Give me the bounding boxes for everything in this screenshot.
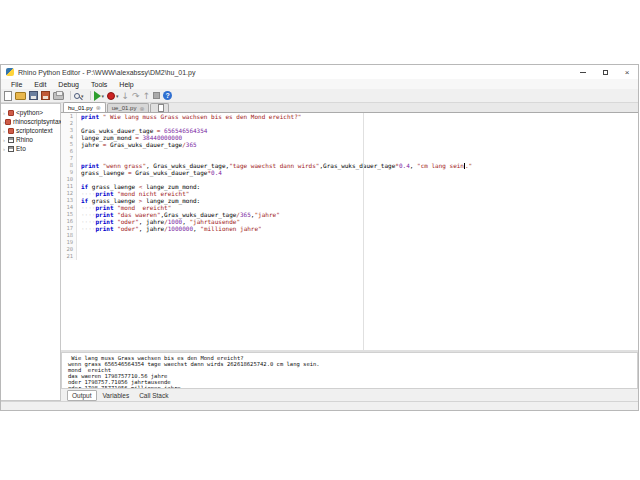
new-file-button[interactable] [4,90,12,102]
python-app-icon [6,68,14,76]
code-line[interactable]: 6 [61,148,638,155]
code-line[interactable]: 5jahre = Gras_wuks_dauer_tage/365 [61,141,638,148]
code-line[interactable]: 12····print "mond nicht ereicht" [61,190,638,197]
line-number: 3 [61,127,77,134]
code-line[interactable]: 20 [61,246,638,253]
main-area: ›<python>›rhinoscriptsyntax›scriptcontex… [1,103,638,401]
tab-close-icon[interactable]: ⊗ [96,104,101,111]
sidebar-item-scriptcontext[interactable]: ›scriptcontext [1,126,60,135]
menu-edit[interactable]: Edit [28,81,52,88]
line-number: 1 [61,113,77,120]
step-out-button[interactable]: ↑ [143,90,151,102]
output-tab-variables[interactable]: Variables [99,391,134,400]
tab-label: ue_01.py [112,105,137,111]
save-button[interactable] [29,90,38,102]
step-into-button[interactable]: ↓ [122,90,130,102]
line-number: 10 [61,176,77,183]
code-line-text: print " Wie lang muss Grass wachsen bis … [77,113,301,120]
search-button[interactable]: ▾ [74,90,84,102]
breakpoint-button[interactable]: ▾ [107,90,119,102]
save-icon [29,91,38,100]
code-line-text: jahre = Gras_wuks_dauer_tage/365 [77,141,197,148]
rhino-python-editor-window: Rhino Python Editor - P:\WWW\alexabssy\D… [0,64,639,411]
open-file-icon [15,92,26,100]
titlebar[interactable]: Rhino Python Editor - P:\WWW\alexabssy\D… [1,65,638,79]
code-line[interactable]: 14····print "mond ereicht" [61,204,638,211]
open-file-button[interactable] [15,90,26,102]
code-line-text [77,148,81,155]
output-tab-call-stack[interactable]: Call Stack [135,391,172,400]
tab-ue-01-py[interactable]: ue_01.py⊗ [107,103,150,112]
help-icon: ? [163,91,172,100]
new-tab-button[interactable] [150,103,169,112]
tab-close-icon[interactable]: ⊗ [139,105,144,112]
sidebar-item-rhinoscriptsyntax[interactable]: ›rhinoscriptsyntax [1,117,60,126]
maximize-icon [603,70,608,75]
code-line-text: grass_laenge = Gras_wuks_dauer_tage*0.4 [77,169,222,176]
menu-debug[interactable]: Debug [52,81,85,88]
code-line[interactable]: 10 [61,176,638,183]
line-number: 5 [61,141,77,148]
run-dropdown-icon[interactable]: ▾ [102,93,105,99]
help-button[interactable]: ? [163,90,172,102]
code-line[interactable]: 11if grass_laenge < lange_zum_mond: [61,183,638,190]
toolbar-separator [70,91,71,100]
document-tabbar: hu_01.py⊗ue_01.py⊗ [61,103,638,113]
code-line[interactable]: 1print " Wie lang muss Grass wachsen bis… [61,113,638,120]
code-line[interactable]: 21 [61,253,638,260]
python-module-icon [5,119,11,125]
library-tree-panel[interactable]: ›<python>›rhinoscriptsyntax›scriptcontex… [1,103,61,401]
python-module-icon [8,110,14,116]
print-button[interactable] [53,90,64,102]
line-number: 17 [61,225,77,232]
output-panel[interactable]: Wie lang muss Grass wachsen bis es den M… [61,352,638,390]
line-number: 20 [61,246,77,253]
save-all-button[interactable] [41,90,50,102]
maximize-button[interactable] [594,65,616,79]
minimize-button[interactable] [572,65,594,79]
code-line-text: if grass_laenge < lange_zum_mond: [77,183,200,190]
code-line[interactable]: 9grass_laenge = Gras_wuks_dauer_tage*0.4 [61,169,638,176]
new-file-icon [158,104,164,112]
menu-tools[interactable]: Tools [85,81,113,88]
editor-pane: hu_01.py⊗ue_01.py⊗ 1print " Wie lang mus… [61,103,638,401]
line-number: 6 [61,148,77,155]
line-number: 13 [61,197,77,204]
code-line[interactable]: 19 [61,239,638,246]
sidebar-item-rhino[interactable]: ›Rhino [1,135,60,144]
stop-button[interactable] [153,90,160,102]
output-tab-output[interactable]: Output [67,390,97,401]
code-editor[interactable]: 1print " Wie lang muss Grass wachsen bis… [61,113,638,350]
run-button[interactable]: ▾ [94,90,105,102]
code-line[interactable]: 7 [61,155,638,162]
step-over-button[interactable]: ↷ [132,90,140,102]
code-line[interactable]: 13if grass_laenge > lange_zum_mond: [61,197,638,204]
breakpoint-dropdown-icon[interactable]: ▾ [116,93,119,99]
code-line[interactable]: 3Gras_wuks_dauer_tage = 656546564354 [61,127,638,134]
sidebar-item-label: scriptcontext [16,127,53,134]
line-number: 2 [61,120,77,127]
menu-help[interactable]: Help [113,81,139,88]
code-line[interactable]: 4lange_zum_mond = 38440000000 [61,134,638,141]
code-line[interactable]: 15····print "das waeren",Gras_wuks_dauer… [61,211,638,218]
tab-hu-01-py[interactable]: hu_01.py⊗ [63,102,106,112]
step-out-icon: ↑ [143,91,151,101]
code-line[interactable]: 2 [61,120,638,127]
line-number: 18 [61,232,77,239]
code-line[interactable]: 18 [61,232,638,239]
menu-file[interactable]: File [5,81,28,88]
code-line[interactable]: 17····print "oder", jahre/1000000, "mill… [61,225,638,232]
namespace-box-icon [8,146,14,152]
code-line-text: ····print "oder", jahre/1000, "jahrtause… [77,218,240,225]
code-line[interactable]: 16····print "oder", jahre/1000, "jahrtau… [61,218,638,225]
code-line-text [77,155,81,162]
code-line[interactable]: 8print "wenn grass", Gras_wuks_dauer_tag… [61,162,638,169]
code-line-text [77,246,81,253]
print-margin-guide [363,113,364,350]
code-line-text: lange_zum_mond = 38440000000 [77,134,182,141]
sidebar-item-python[interactable]: ›<python> [1,108,60,117]
namespace-box-icon [8,137,14,143]
sidebar-item-eto[interactable]: ›Eto [1,144,60,153]
close-button[interactable]: × [616,65,638,79]
run-icon [94,91,101,101]
